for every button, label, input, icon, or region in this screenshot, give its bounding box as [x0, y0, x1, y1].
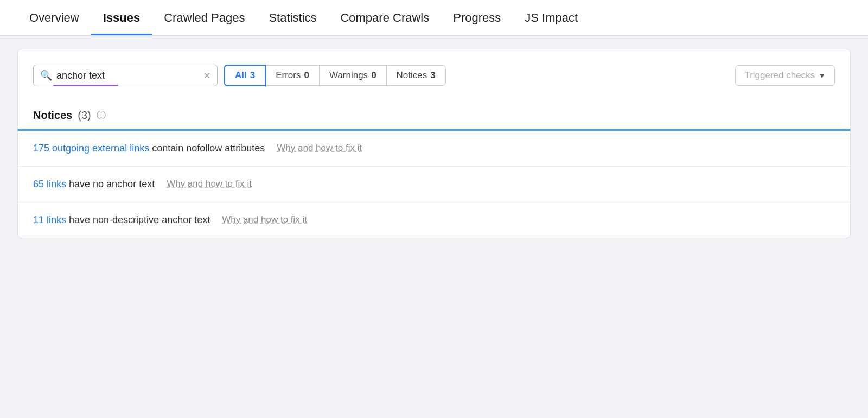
- info-icon[interactable]: ⓘ: [97, 109, 106, 122]
- filter-all-label: All: [235, 70, 247, 81]
- main-content: 🔍 ✕ All 3 Errors 0 Warnings 0: [0, 36, 868, 251]
- filter-all-button[interactable]: All 3: [224, 65, 266, 86]
- filter-errors-label: Errors: [276, 70, 301, 81]
- triggered-checks-dropdown[interactable]: Triggered checks ▼: [735, 65, 835, 86]
- search-icon: 🔍: [40, 69, 52, 81]
- search-box: 🔍 ✕: [33, 65, 218, 86]
- tab-overview[interactable]: Overview: [17, 0, 91, 35]
- issue-3-text: have non-descriptive anchor text: [66, 214, 210, 225]
- filter-all-count: 3: [250, 70, 255, 81]
- filter-warnings-button[interactable]: Warnings 0: [320, 65, 387, 86]
- tab-crawled-pages[interactable]: Crawled Pages: [152, 0, 257, 35]
- notices-count: (3): [78, 109, 91, 122]
- issue-3-fix-link[interactable]: Why and how to fix it: [222, 214, 307, 225]
- filter-warnings-label: Warnings: [329, 70, 368, 81]
- filter-buttons: All 3 Errors 0 Warnings 0 Notices 3: [224, 65, 446, 86]
- notices-title: Notices: [33, 109, 72, 122]
- filter-errors-button[interactable]: Errors 0: [266, 65, 320, 86]
- filter-notices-count: 3: [430, 70, 435, 81]
- issue-1-text: contain nofollow attributes: [149, 143, 265, 154]
- filter-notices-label: Notices: [397, 70, 427, 81]
- search-underline: [53, 85, 118, 86]
- issue-2-fix-link[interactable]: Why and how to fix it: [167, 179, 252, 189]
- issue-row: 65 links have no anchor text Why and how…: [18, 167, 850, 202]
- clear-icon[interactable]: ✕: [203, 71, 210, 81]
- tab-progress[interactable]: Progress: [441, 0, 513, 35]
- search-input[interactable]: [56, 70, 199, 81]
- chevron-down-icon: ▼: [818, 71, 826, 80]
- issue-2-text: have no anchor text: [66, 179, 155, 189]
- issue-row: 175 outgoing external links contain nofo…: [18, 131, 850, 167]
- issue-row: 11 links have non-descriptive anchor tex…: [18, 202, 850, 238]
- tab-issues[interactable]: Issues: [91, 0, 152, 35]
- issues-card: 🔍 ✕ All 3 Errors 0 Warnings 0: [17, 49, 851, 238]
- filter-bar: 🔍 ✕ All 3 Errors 0 Warnings 0: [18, 49, 850, 99]
- filter-notices-button[interactable]: Notices 3: [387, 65, 446, 86]
- issue-1-fix-link[interactable]: Why and how to fix it: [277, 143, 362, 154]
- tab-statistics[interactable]: Statistics: [257, 0, 328, 35]
- tab-compare-crawls[interactable]: Compare Crawls: [328, 0, 441, 35]
- tab-js-impact[interactable]: JS Impact: [513, 0, 590, 35]
- filter-warnings-count: 0: [371, 70, 376, 81]
- issue-3-link[interactable]: 11 links: [33, 214, 66, 225]
- issue-1-link[interactable]: 175 outgoing external links: [33, 143, 149, 154]
- filter-errors-count: 0: [304, 70, 309, 81]
- nav-bar: Overview Issues Crawled Pages Statistics…: [0, 0, 868, 36]
- notices-header: Notices (3) ⓘ: [18, 99, 850, 129]
- triggered-checks-label: Triggered checks: [744, 70, 815, 81]
- issue-2-link[interactable]: 65 links: [33, 179, 66, 189]
